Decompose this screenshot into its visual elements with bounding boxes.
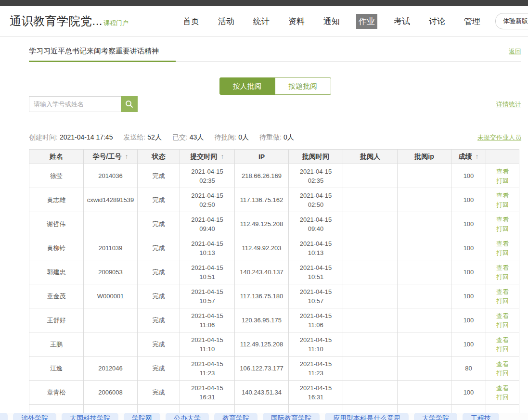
nav-item-activity[interactable]: 活动 [216,14,237,29]
nav-item-stats[interactable]: 统计 [251,14,272,29]
nav-item-discussion[interactable]: 讨论 [426,14,448,29]
view-action-link[interactable]: 查看 [487,239,518,248]
main-nav: 首页活动统计资料通知作业考试讨论管理 [167,14,483,29]
bookmarks-bar: 学院涉外学院大国科技学院学院网公办大学教育学院国际教育学院应用型本科是什么意思大… [0,413,528,420]
review-ip-cell [398,188,451,212]
footer-link-9[interactable]: 工程技 [463,413,499,420]
not-submitted-link[interactable]: 未提交作业人员 [477,133,521,142]
return-action-link[interactable]: 打回 [487,393,518,402]
id-cell: 2006008 [84,381,138,405]
actions-cell: 查看打回 [486,308,519,332]
return-action-link[interactable]: 打回 [487,272,518,281]
ip-cell: 140.243.40.137 [235,260,289,284]
review-time-cell: 2021-04-1511:06 [289,308,343,332]
nav-item-materials[interactable]: 资料 [286,14,307,29]
actions-cell: 查看打回 [486,188,519,212]
score-cell: 100 [451,381,486,405]
review-time-cell: 2021-04-1510:13 [289,236,343,260]
status-cell: 完成 [138,308,180,332]
table-row: 王舒好完成2021-04-1511:06120.36.95.1752021-04… [29,308,519,332]
id-cell [84,332,138,356]
return-action-link[interactable]: 打回 [487,200,518,209]
main-content: 学习习近平总书记来闽考察重要讲话精神 返回 按人批阅按题批阅 详情统计 创建时间… [29,37,521,420]
id-cell: 2012046 [84,356,138,381]
sort-arrow-icon: ↑ [476,153,479,160]
status-cell: 完成 [138,212,180,236]
actions-cell: 查看打回 [486,284,519,308]
view-action-link[interactable]: 查看 [487,359,518,369]
view-action-link[interactable]: 查看 [487,191,518,200]
tab-by-person[interactable]: 按人批阅 [219,77,275,95]
footer-link-3[interactable]: 学院网 [124,413,160,420]
submit-time-cell: 2021-04-1510:13 [180,236,235,260]
review-mode-tabs: 按人批阅按题批阅 [29,77,521,95]
trial-new-version-button[interactable]: 体验新版 [495,13,528,29]
column-header-3[interactable]: 提交时间↑ [180,150,235,164]
id-cell [84,212,138,236]
id-cell: 2009053 [84,260,138,284]
footer-link-4[interactable]: 公办大学 [166,413,209,420]
footer-link-0[interactable]: 学院 [0,413,8,420]
ip-cell: 117.136.75.162 [235,188,289,212]
name-cell: 江逸 [29,356,84,381]
stats-row: 创建时间:2021-04-14 17:45发送给:52人已交:43人待批阅:0人… [29,133,521,142]
footer-link-7[interactable]: 应用型本科是什么意思 [325,413,409,420]
footer-link-6[interactable]: 国际教育学院 [263,413,320,420]
return-action-link[interactable]: 打回 [487,320,518,330]
column-header-6: 批阅人 [343,150,398,164]
return-action-link[interactable]: 打回 [487,176,518,185]
return-action-link[interactable]: 打回 [487,344,518,354]
reviewer-cell [343,381,398,405]
view-action-link[interactable]: 查看 [487,335,518,344]
actions-cell: 查看打回 [486,381,519,405]
footer-link-5[interactable]: 教育学院 [214,413,258,420]
view-action-link[interactable]: 查看 [487,215,518,224]
search-input[interactable] [29,96,121,112]
column-header-5: 批阅时间 [289,150,343,164]
review-ip-cell [398,212,451,236]
return-action-link[interactable]: 打回 [487,224,518,233]
course-portal-link[interactable]: 课程门户 [103,19,129,27]
reviewer-cell [343,284,398,308]
tab-by-question[interactable]: 按题批阅 [275,77,331,95]
table-row: 黄志雄cxwid142891539完成2021-04-1502:50117.13… [29,188,519,212]
nav-item-notice[interactable]: 通知 [321,14,342,29]
back-link[interactable]: 返回 [509,47,521,56]
stat-item: 发送给:52人 [123,133,161,142]
column-header-2: 状态 [138,150,180,164]
ip-cell: 112.49.125.208 [235,212,289,236]
title-row: 学习习近平总书记来闽考察重要讲话精神 返回 [29,37,521,62]
view-action-link[interactable]: 查看 [487,287,518,296]
review-ip-cell [398,260,451,284]
submit-time-cell: 2021-04-1511:06 [180,308,235,332]
view-action-link[interactable]: 查看 [487,311,518,320]
status-cell: 完成 [138,356,180,381]
search-button[interactable] [121,96,138,112]
return-action-link[interactable]: 打回 [487,296,518,305]
nav-item-manage[interactable]: 管理 [462,14,483,29]
nav-item-home[interactable]: 首页 [180,14,202,29]
view-action-link[interactable]: 查看 [487,167,518,176]
ip-cell: 106.122.73.177 [235,356,289,381]
reviewer-cell [343,356,398,381]
footer-link-1[interactable]: 涉外学院 [13,413,56,420]
page-title: 学习习近平总书记来闽考察重要讲话精神 [29,47,159,56]
nav-item-homework[interactable]: 作业 [356,14,377,29]
details-stats-link[interactable]: 详情统计 [496,100,521,109]
stat-item: 待重做:0人 [259,133,294,142]
ip-cell: 112.49.125.208 [235,332,289,356]
footer-link-8[interactable]: 大学学院 [414,413,457,420]
stat-item: 待批阅:0人 [214,133,249,142]
course-title: 通识教育学院党... [10,13,103,29]
footer-link-2[interactable]: 大国科技学院 [62,413,118,420]
review-time-cell: 2021-04-1502:35 [289,164,343,188]
return-action-link[interactable]: 打回 [487,369,518,378]
column-header-1[interactable]: 学号/工号↑ [84,150,138,164]
review-time-cell: 2021-04-1502:50 [289,188,343,212]
view-action-link[interactable]: 查看 [487,263,518,272]
view-action-link[interactable]: 查看 [487,383,518,393]
nav-item-exam[interactable]: 考试 [391,14,412,29]
table-row: 江逸2012046完成2021-04-1511:23106.122.73.177… [29,356,519,381]
return-action-link[interactable]: 打回 [487,248,518,257]
column-header-8[interactable]: 成绩↑ [451,150,486,164]
